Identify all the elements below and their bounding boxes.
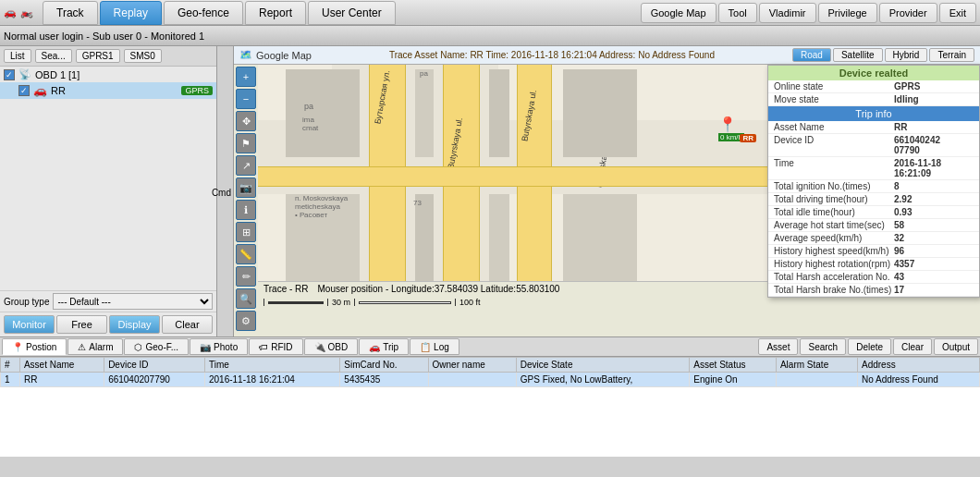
popup-asset-value: RR bbox=[894, 122, 974, 132]
search-btn[interactable]: Sea... bbox=[35, 49, 72, 63]
sms0-btn[interactable]: SMS0 bbox=[124, 49, 162, 63]
bottom-tab-obd[interactable]: 🔌 OBD bbox=[304, 338, 359, 355]
nav-tab-user-center[interactable]: User Center bbox=[308, 1, 396, 25]
asset-button[interactable]: Asset bbox=[758, 338, 798, 355]
search-bottom-button[interactable]: Search bbox=[800, 338, 846, 355]
route-icon[interactable]: ↗ bbox=[236, 155, 256, 176]
postion-tab-icon: 📍 bbox=[12, 342, 23, 352]
gprs1-btn[interactable]: GPRS1 bbox=[76, 49, 120, 63]
table-cell: 661040207790 bbox=[104, 373, 205, 387]
col-address: Address bbox=[857, 358, 979, 373]
bottom-tab-photo[interactable]: 📷 Photo bbox=[190, 338, 248, 355]
free-button[interactable]: Free bbox=[56, 315, 107, 334]
popup-hashacc-value: 43 bbox=[894, 272, 974, 282]
block-pa: pa bbox=[420, 69, 428, 78]
popup-move-label: Move state bbox=[774, 94, 894, 104]
bottom-tab-rfid[interactable]: 🏷 RFID bbox=[249, 338, 302, 355]
device-popup: Device realted Online state GPRS Move st… bbox=[767, 65, 980, 298]
nav-tab-geo-fence[interactable]: Geo-fence bbox=[164, 1, 243, 25]
geo-f...-tab-icon: ⬡ bbox=[134, 342, 142, 352]
table-body: 1RR6610402077902016-11-18 16:21:04543543… bbox=[1, 373, 980, 387]
bottom-tab-trip[interactable]: 🚗 Trip bbox=[359, 338, 409, 355]
tree-root[interactable]: ✓ 📡 OBD 1 [1] bbox=[0, 67, 216, 82]
popup-device-id: Device ID 66104024207790 bbox=[768, 134, 979, 157]
monitor-button[interactable]: Monitor bbox=[4, 315, 55, 334]
popup-avgspeed-label: Average speed(km/h) bbox=[774, 233, 894, 243]
road-button[interactable]: Road bbox=[792, 48, 831, 62]
draw-icon[interactable]: ✏ bbox=[236, 266, 256, 287]
popup-idle-value: 0.93 bbox=[894, 207, 974, 217]
data-table: #Asset NameDevice IDTimeSimCard No.Owner… bbox=[0, 357, 980, 387]
tree-root-label: OBD 1 [1] bbox=[35, 69, 80, 80]
bottom-tab-geo-f---[interactable]: ⬡ Geo-F... bbox=[124, 338, 189, 355]
checkbox-rr[interactable]: ✓ bbox=[18, 85, 30, 96]
map-title: Google Map bbox=[256, 50, 312, 61]
popup-rotation-label: History highest rotation(rpm) bbox=[774, 259, 894, 269]
measure-icon[interactable]: 📏 bbox=[236, 244, 256, 264]
block-text-1: imaсmat bbox=[302, 116, 318, 132]
nav-btn-google-map[interactable]: Google Map bbox=[641, 3, 717, 23]
popup-driving-label: Total driving time(hour) bbox=[774, 194, 894, 204]
nav-tab-replay[interactable]: Replay bbox=[100, 1, 162, 25]
info-icon[interactable]: ℹ bbox=[236, 200, 256, 220]
table-row[interactable]: 1RR6610402077902016-11-18 16:21:04543543… bbox=[1, 373, 980, 387]
nav-tab-track[interactable]: Track bbox=[43, 1, 98, 25]
clear-button[interactable]: Clear bbox=[162, 315, 213, 334]
zoom-in-icon[interactable]: + bbox=[236, 67, 256, 87]
top-nav: 🚗 🏍️ TrackReplayGeo-fenceReportUser Cent… bbox=[0, 0, 980, 26]
nav-btn-provider[interactable]: Provider bbox=[879, 3, 937, 23]
tree-child-rr[interactable]: ✓ 🚗 RR GPRS bbox=[0, 82, 216, 99]
col-owner-name: Owner name bbox=[428, 358, 516, 373]
layers-icon[interactable]: ⊞ bbox=[236, 222, 256, 242]
popup-hashacc-label: Total Harsh acceleration No. bbox=[774, 272, 894, 282]
table-cell bbox=[428, 373, 516, 387]
col-simcard-no-: SimCard No. bbox=[340, 358, 428, 373]
action-buttons: Monitor Free Display Clear bbox=[0, 312, 216, 336]
popup-harsh-brake: Total Harsh brake No.(times) 17 bbox=[768, 284, 979, 297]
delete-button[interactable]: Delete bbox=[848, 338, 891, 355]
clear-bottom-button[interactable]: Clear bbox=[893, 338, 932, 355]
popup-harshbrake-label: Total Harsh brake No.(times) bbox=[774, 285, 894, 295]
camera-icon[interactable]: 📷 bbox=[236, 177, 256, 198]
block-num-1: рa bbox=[304, 102, 313, 111]
nav-buttons: Google MapToolVladimirPrivilegeProviderE… bbox=[641, 3, 976, 23]
nav-btn-exit[interactable]: Exit bbox=[939, 3, 976, 23]
trip-tab-icon: 🚗 bbox=[369, 342, 380, 352]
nav-btn-vladimir[interactable]: Vladimir bbox=[759, 3, 816, 23]
output-button[interactable]: Output bbox=[934, 338, 978, 355]
flag-icon[interactable]: ⚑ bbox=[236, 133, 256, 153]
bottom-tab-alarm[interactable]: ⚠ Alarm bbox=[67, 338, 123, 355]
satellite-button[interactable]: Satellite bbox=[833, 48, 883, 62]
alarm-tab-icon: ⚠ bbox=[78, 342, 86, 352]
terrain-button[interactable]: Terrain bbox=[929, 48, 974, 62]
nav-btn-tool[interactable]: Tool bbox=[718, 3, 757, 23]
list-btn[interactable]: List bbox=[4, 49, 31, 63]
main-area: List Sea... GPRS1 SMS0 ✓ 📡 OBD 1 [1] ✓ 🚗… bbox=[0, 46, 980, 336]
table-header: #Asset NameDevice IDTimeSimCard No.Owner… bbox=[1, 358, 980, 373]
pan-icon[interactable]: ✥ bbox=[236, 111, 256, 131]
display-button[interactable]: Display bbox=[109, 315, 160, 334]
cmd-panel: Cmd bbox=[217, 46, 234, 336]
col-time: Time bbox=[204, 358, 339, 373]
table-cell bbox=[776, 373, 857, 387]
col-asset-status: Asset Status bbox=[690, 358, 777, 373]
zoom-out-icon[interactable]: − bbox=[236, 89, 256, 109]
bottom-tab-log[interactable]: 📋 Log bbox=[410, 338, 459, 355]
bottom-tab-postion[interactable]: 📍 Postion bbox=[2, 338, 67, 355]
group-type-select[interactable]: --- Default --- bbox=[53, 293, 213, 310]
nav-tab-report[interactable]: Report bbox=[245, 1, 306, 25]
hybrid-button[interactable]: Hybrid bbox=[885, 48, 928, 62]
nav-btn-privilege[interactable]: Privilege bbox=[818, 3, 877, 23]
col-asset-name: Asset Name bbox=[19, 358, 104, 373]
col-device-id: Device ID bbox=[104, 358, 205, 373]
settings-icon[interactable]: ⚙ bbox=[236, 311, 256, 331]
popup-online-value: GPRS bbox=[894, 81, 974, 92]
track-icon[interactable]: 🔍 bbox=[236, 288, 256, 309]
popup-ignition-label: Total ignition No.(times) bbox=[774, 181, 894, 191]
popup-online-title: Device realted bbox=[768, 66, 979, 80]
popup-rotation: History highest rotation(rpm) 4357 bbox=[768, 258, 979, 271]
popup-harsh-acc: Total Harsh acceleration No. 43 bbox=[768, 271, 979, 284]
popup-hotstart-value: 58 bbox=[894, 220, 974, 230]
popup-avgspeed-value: 32 bbox=[894, 233, 974, 243]
checkbox-root[interactable]: ✓ bbox=[4, 69, 15, 80]
